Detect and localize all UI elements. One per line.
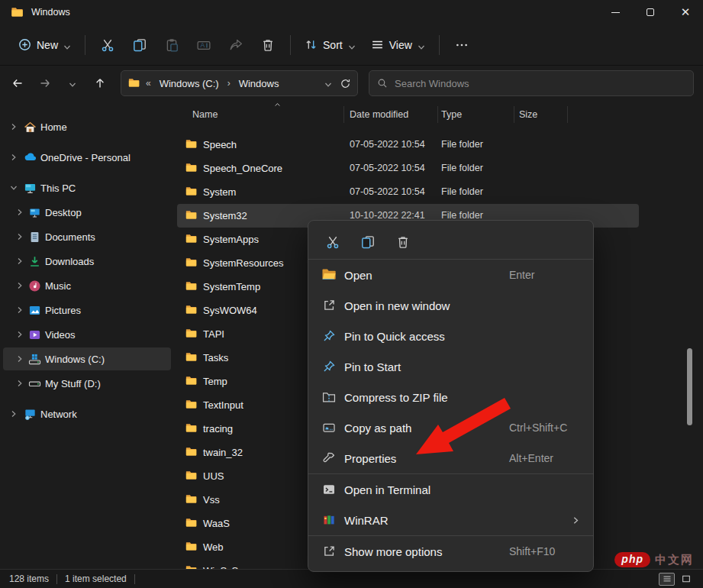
column-header-name[interactable]: Name [192,101,218,128]
chevron-down-icon[interactable] [10,184,18,192]
pictures-icon [28,304,41,317]
selected-count: 1 item selected [65,573,127,584]
breadcrumb-folder[interactable]: Windows [236,76,282,91]
menu-item-copy-as-path[interactable]: Copy as pathCtrl+Shift+C [312,412,589,443]
sidebar-item-onedrive-personal[interactable]: OneDrive - Personal [3,146,171,169]
copy-icon [133,38,147,52]
refresh-icon[interactable] [340,78,351,89]
search-input[interactable] [395,78,685,89]
column-header-type[interactable]: Type [441,101,462,128]
menu-item-pin-to-start[interactable]: Pin to Start [312,351,589,382]
sidebar-item-windows-c[interactable]: Windows (C:) [3,347,171,370]
folder-icon [185,139,198,150]
cut-quick-button[interactable] [318,229,348,255]
file-row-speech[interactable]: Speech07-05-2022 10:54File folder [177,133,639,157]
menu-item-winrar[interactable]: WinRAR [312,505,589,535]
chevron-right-icon[interactable] [16,282,24,289]
chevron-right-icon[interactable] [16,257,24,265]
sort-button[interactable]: Sort [297,32,363,57]
chevron-right-icon[interactable] [16,306,24,314]
copy-quick-button[interactable] [353,229,383,255]
back-button[interactable] [5,70,31,96]
address-bar[interactable]: « Windows (C:) › Windows [121,70,358,96]
share-button[interactable] [220,31,252,60]
sidebar-item-pictures[interactable]: Pictures [3,299,171,321]
cut-button[interactable] [92,31,124,60]
show-more-icon [322,544,336,558]
file-name: Vss [203,488,220,512]
file-name: Speech_OneCore [203,157,282,180]
up-arrow-icon [94,77,106,89]
chevron-right-icon[interactable] [16,331,24,338]
sidebar-item-videos[interactable]: Videos [3,323,171,346]
menu-item-label: Copy as path [344,422,411,435]
chevron-right-icon[interactable] [10,153,18,161]
file-row-system[interactable]: System07-05-2022 10:54File folder [177,180,639,204]
paste-button[interactable] [156,31,188,60]
column-divider[interactable] [437,106,438,123]
menu-item-open-in-new-window[interactable]: Open in new window [312,290,589,321]
sidebar-item-this-pc[interactable]: This PC [3,176,171,199]
chevron-right-icon[interactable] [10,410,18,418]
file-explorer-window: Windows ✕ New A Sort View [0,0,703,588]
folder-icon [185,518,198,528]
menu-item-properties[interactable]: PropertiesAlt+Enter [312,443,589,473]
minimize-button[interactable] [598,0,633,24]
see-more-button[interactable] [446,31,478,60]
column-header-date[interactable]: Date modified [350,101,408,128]
large-icons-view-toggle[interactable] [678,573,694,586]
context-menu-items: OpenEnterOpen in new windowPin to Quick … [308,260,593,567]
file-row-speech_onecore[interactable]: Speech_OneCore07-05-2022 10:54File folde… [177,157,639,180]
chevron-right-icon[interactable] [16,380,24,387]
address-dropdown-icon[interactable] [324,79,332,87]
vertical-scrollbar-thumb[interactable] [687,348,692,425]
close-button[interactable]: ✕ [668,0,703,24]
search-box[interactable] [369,70,694,96]
recent-locations-button[interactable] [60,70,85,96]
menu-item-open-in-terminal[interactable]: Open in Terminal [312,474,589,505]
delete-quick-button[interactable] [388,229,418,255]
sidebar-item-documents[interactable]: Documents [3,225,171,248]
file-date-modified: 07-05-2022 10:54 [350,180,425,204]
maximize-button[interactable] [633,0,668,24]
sidebar-item-network[interactable]: Network [3,402,171,425]
sidebar-item-music[interactable]: Music [3,274,171,297]
menu-item-label: Pin to Quick access [344,330,445,343]
breadcrumb-drive[interactable]: Windows (C:) [156,76,222,91]
copy-button[interactable] [124,31,156,60]
delete-button[interactable] [252,31,284,60]
file-name: twain_32 [203,441,243,464]
breadcrumb-overflow[interactable]: « [145,78,152,89]
status-divider [134,574,135,584]
sort-button-label: Sort [323,39,343,51]
menu-item-label: Pin to Start [344,360,401,373]
column-divider[interactable] [514,106,514,123]
cut-icon [326,235,340,249]
sidebar-item-desktop[interactable]: Desktop [3,201,171,224]
menu-item-show-more-options[interactable]: Show more optionsShift+F10 [312,536,589,567]
details-view-toggle[interactable] [659,573,675,586]
sidebar-item-my-stuff-d[interactable]: My Stuff (D:) [3,372,171,395]
zip-icon [322,390,336,404]
sort-ascending-icon [274,102,281,108]
sidebar-item-label: Home [40,121,67,133]
cut-icon [101,38,114,52]
menu-item-compress-to-zip-file[interactable]: Compress to ZIP file [312,382,589,412]
new-button[interactable]: New [11,32,79,57]
rename-button[interactable]: A [188,31,220,60]
column-divider[interactable] [567,106,568,123]
column-divider[interactable] [343,106,344,123]
chevron-right-icon[interactable] [16,208,24,216]
menu-item-open[interactable]: OpenEnter [312,260,589,290]
view-button[interactable]: View [363,32,433,57]
sidebar-item-home[interactable]: Home [3,115,171,138]
up-button[interactable] [87,70,113,96]
menu-item-pin-to-quick-access[interactable]: Pin to Quick access [312,321,589,351]
chevron-right-icon[interactable] [16,233,24,241]
chevron-right-icon[interactable] [16,355,24,363]
column-header-size[interactable]: Size [519,101,537,128]
chevron-right-icon[interactable] [10,123,18,131]
forward-button[interactable] [32,70,58,96]
folder-icon [185,257,198,268]
sidebar-item-downloads[interactable]: Downloads [3,250,171,273]
